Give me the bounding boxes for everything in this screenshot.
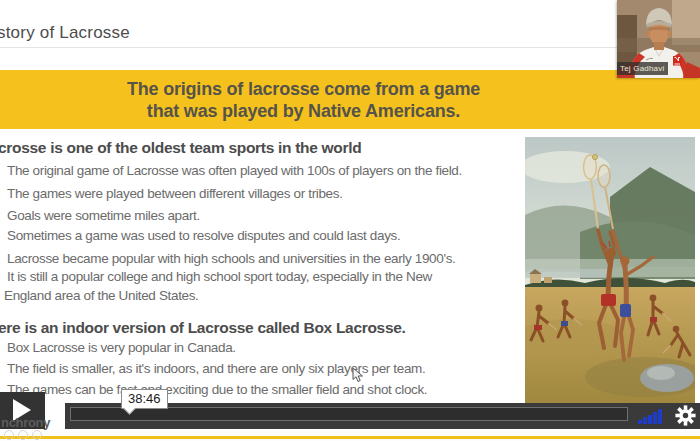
- bullet-line: Lacrosse became popular with high school…: [7, 251, 455, 266]
- page-bottom-strip: [0, 429, 700, 441]
- bullet-line: Goals were sometime miles apart.: [7, 208, 200, 223]
- banner-text: The origins of lacrosse come from a game…: [0, 78, 607, 122]
- time-tooltip: 38:46: [121, 389, 168, 409]
- bottom-accent-line: [0, 436, 700, 439]
- mouse-cursor: [352, 367, 364, 383]
- volume-bars-icon[interactable]: [638, 407, 666, 424]
- page-zoom-icon: [32, 430, 42, 440]
- page-zoom-icon: [18, 430, 28, 440]
- watermark-text: nchrony: [1, 415, 50, 430]
- section-2-heading: ere is an indoor version of Lacrosse cal…: [0, 319, 406, 337]
- video-player-screen: story of Lacrosse The origins of lacross…: [0, 0, 700, 441]
- section-1-heading: crosse is one of the oldest team sports …: [0, 139, 361, 157]
- page-zoom-icon: [4, 430, 14, 440]
- bullet-line: The original game of Lacrosse was often …: [7, 163, 462, 178]
- title-divider: [0, 47, 617, 48]
- bullet-line: The games were played between different …: [7, 186, 343, 201]
- lacrosse-painting: [525, 137, 695, 403]
- video-progress-bar[interactable]: [70, 407, 628, 421]
- bullet-line: The games can be fast and exciting due t…: [7, 382, 427, 397]
- shirt-logo: [673, 56, 682, 66]
- webcam-overlay: Tej Gadhavi: [617, 0, 700, 78]
- origins-banner: The origins of lacrosse come from a game…: [0, 70, 700, 129]
- presenter-name-label: Tej Gadhavi: [617, 62, 668, 75]
- banner-line-1: The origins of lacrosse come from a game: [0, 78, 607, 100]
- slide-title: story of Lacrosse: [0, 23, 130, 43]
- bullet-line: It is still a popular college and high s…: [7, 269, 432, 284]
- bullet-line: England area of the United States.: [4, 288, 199, 303]
- banner-line-2: that was played by Native Americans.: [0, 100, 607, 122]
- bullet-line: Box Lacrosse is very popular in Canada.: [7, 340, 236, 355]
- bullet-line: Sometimes a game was used to resolve dis…: [7, 228, 400, 243]
- time-tooltip-label: 38:46: [128, 391, 161, 406]
- gear-icon[interactable]: [675, 405, 696, 426]
